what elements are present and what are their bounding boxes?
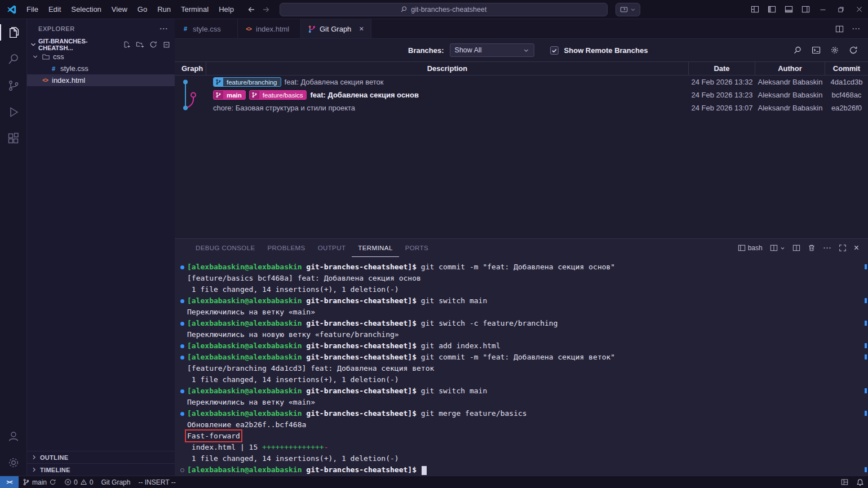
vim-mode-indicator[interactable]: -- INSERT -- [134, 476, 179, 488]
minimize-button[interactable] [814, 0, 832, 19]
command-decoration-icon[interactable] [180, 322, 184, 326]
account-icon[interactable] [0, 423, 27, 449]
tree-item-style-css[interactable]: # style.css [27, 63, 175, 74]
menu-terminal[interactable]: Terminal [176, 3, 214, 16]
branch-indicator[interactable]: main [19, 476, 60, 488]
column-description[interactable]: Description [206, 62, 689, 75]
column-author[interactable]: Author [755, 62, 825, 75]
outline-section[interactable]: OUTLINE [27, 451, 175, 463]
tab-index-html[interactable]: <> index.html [238, 19, 301, 38]
split-editor-icon[interactable] [835, 25, 844, 33]
command-decoration-icon[interactable] [180, 389, 184, 393]
toggle-panel-icon[interactable] [780, 0, 797, 19]
extensions-icon[interactable] [0, 125, 27, 152]
git-graph-status-item[interactable]: Git Graph [97, 476, 134, 488]
new-folder-icon[interactable] [136, 41, 144, 48]
project-name: GIT-BRANCHES-CHEATSH... [38, 38, 122, 51]
new-file-icon[interactable] [123, 41, 131, 48]
column-commit[interactable]: Commit [825, 62, 868, 75]
tab-ports[interactable]: PORTS [399, 239, 435, 257]
column-date[interactable]: Date [689, 62, 755, 75]
run-debug-icon[interactable] [0, 99, 27, 125]
customize-layout-icon[interactable] [746, 0, 763, 19]
remote-indicator[interactable]: >< [0, 476, 19, 488]
forward-icon[interactable] [262, 5, 271, 14]
menu-view[interactable]: View [107, 3, 132, 16]
editor-more-actions-icon[interactable]: ⋯ [852, 24, 860, 34]
explorer-more-actions-icon[interactable]: ⋯ [159, 24, 168, 34]
panel-more-actions-icon[interactable]: ⋯ [823, 243, 831, 253]
terminal-content[interactable]: [alexbabaskin@alexbabaskin git-branches-… [175, 257, 868, 476]
close-tab-icon[interactable]: × [359, 24, 364, 33]
tab-git-graph[interactable]: Git Graph × [301, 19, 371, 38]
toggle-primary-sidebar-icon[interactable] [763, 0, 780, 19]
branch-badge-feature-branching[interactable]: feature/branching [213, 77, 281, 87]
back-icon[interactable] [247, 5, 256, 14]
collapse-folders-icon[interactable] [162, 41, 170, 48]
command-decoration-icon[interactable] [180, 412, 184, 416]
command-center-search[interactable]: git-branches-cheatsheet [280, 3, 608, 16]
explorer-icon[interactable] [0, 19, 27, 46]
explorer-sidebar: EXPLORER ⋯ GIT-BRANCHES-CHEATSH... css #… [27, 19, 175, 476]
refresh-icon[interactable] [849, 46, 858, 55]
commit-row[interactable]: feature/branching feat: Добавлена секция… [175, 76, 868, 88]
branches-dropdown[interactable]: Show All [450, 43, 534, 57]
layout-status-icon[interactable] [837, 476, 852, 488]
branch-badge-main[interactable]: main [213, 90, 246, 100]
tree-item-index-html[interactable]: <> index.html [27, 74, 175, 86]
branch-badge-feature-basics[interactable]: feature/basics [249, 90, 307, 100]
split-panel-icon[interactable] [792, 244, 800, 252]
settings-gear-icon[interactable] [830, 46, 839, 55]
terminal-text: [alexbabaskin@alexbabaskin [187, 387, 302, 395]
menu-edit[interactable]: Edit [43, 3, 66, 16]
tab-problems[interactable]: PROBLEMS [262, 239, 312, 257]
menu-selection[interactable]: Selection [66, 3, 106, 16]
command-decoration-icon[interactable] [180, 468, 184, 472]
branches-label: Branches: [408, 46, 444, 55]
source-control-icon[interactable] [0, 72, 27, 99]
terminal-line: [alexbabaskin@alexbabaskin git-branches-… [175, 261, 868, 273]
menu-help[interactable]: Help [214, 3, 239, 16]
tab-debug-console[interactable]: DEBUG CONSOLE [189, 239, 262, 257]
problems-indicator[interactable]: 0 0 [60, 476, 97, 488]
kill-terminal-icon[interactable] [808, 244, 816, 252]
terminal-text: Fast-forward [187, 432, 240, 440]
command-decoration-icon[interactable] [180, 344, 184, 348]
layout-control-button[interactable] [615, 3, 640, 16]
tab-style-css[interactable]: # style.css [175, 19, 238, 38]
timeline-section[interactable]: TIMELINE [27, 463, 175, 476]
explorer-title: EXPLORER [38, 25, 75, 32]
launch-profile-button[interactable] [770, 244, 785, 252]
tab-terminal[interactable]: TERMINAL [352, 239, 398, 257]
restore-button[interactable] [832, 0, 850, 19]
command-decoration-icon[interactable] [180, 299, 184, 303]
open-terminal-icon[interactable] [812, 46, 821, 55]
menu-file[interactable]: File [21, 3, 43, 16]
tab-output[interactable]: OUTPUT [312, 239, 352, 257]
tree-item-css-folder[interactable]: css [27, 51, 175, 63]
command-decoration-icon[interactable] [180, 356, 184, 360]
git-graph-icon [308, 25, 316, 33]
maximize-panel-icon[interactable] [839, 244, 847, 252]
search-sidebar-icon[interactable] [0, 46, 27, 72]
tab-label: style.css [193, 25, 221, 33]
terminal-line: 1 file changed, 14 insertions(+), 1 dele… [175, 453, 868, 464]
menu-run[interactable]: Run [152, 3, 176, 16]
show-remote-checkbox[interactable] [550, 46, 559, 55]
status-bar: >< main 0 0 Git Graph -- INSERT -- [0, 476, 868, 488]
settings-gear-icon[interactable] [0, 449, 27, 476]
notifications-bell-icon[interactable] [852, 476, 868, 488]
toggle-secondary-sidebar-icon[interactable] [797, 0, 814, 19]
project-root-row[interactable]: GIT-BRANCHES-CHEATSH... [27, 38, 175, 51]
command-decoration-icon[interactable] [180, 265, 184, 269]
close-window-button[interactable] [850, 0, 868, 19]
commit-row[interactable]: chore: Базовая структура и стили проекта… [175, 101, 868, 114]
refresh-explorer-icon[interactable] [149, 41, 157, 48]
commit-row[interactable]: main feature/basics feat: Добавлена секц… [175, 88, 868, 101]
terminal-shell-item[interactable]: bash [738, 244, 763, 252]
menu-go[interactable]: Go [132, 3, 152, 16]
terminal-text: git merge feature/basics [421, 409, 527, 418]
find-commit-icon[interactable] [793, 46, 802, 55]
column-graph[interactable]: Graph [175, 62, 206, 75]
close-panel-icon[interactable]: × [854, 243, 859, 253]
